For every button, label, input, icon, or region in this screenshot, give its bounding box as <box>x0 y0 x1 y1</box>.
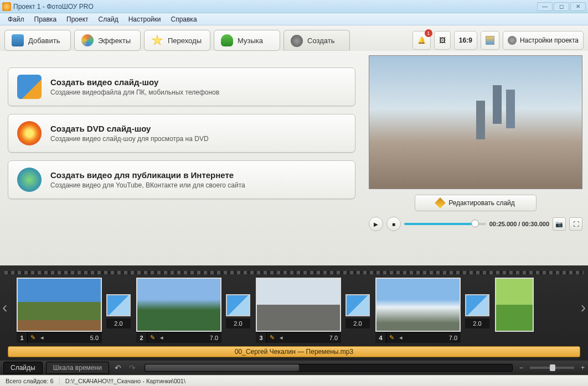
slide-thumbnail[interactable] <box>136 278 221 332</box>
view-timeline-tab[interactable]: Шкала времени <box>46 362 109 374</box>
create-video-button[interactable]: Создать видео слайд-шоуСоздание видеофай… <box>8 67 355 106</box>
statusbar: Всего слайдов: 6 D:\!_СКАЧАНО\!!!_Скачан… <box>0 375 588 386</box>
slider-knob[interactable] <box>471 220 479 227</box>
timeline-prev-button[interactable]: ‹ <box>2 299 7 316</box>
dvd-icon <box>17 121 42 145</box>
transition-thumbnail[interactable] <box>106 294 131 316</box>
play-button[interactable]: ▶ <box>369 217 383 231</box>
tab-add[interactable]: Добавить <box>4 30 71 51</box>
aspect-ratio-button[interactable]: 16:9 <box>454 31 477 50</box>
camera-icon <box>12 34 24 46</box>
gallery-button[interactable]: 🖾 <box>434 31 451 50</box>
create-web-button[interactable]: Создать видео для публикации в Интернете… <box>8 160 355 199</box>
slide-number: 3 <box>256 332 267 343</box>
window-title: Проект 1 - ФотоШОУ PRO <box>13 3 537 11</box>
redo-button[interactable]: ↷ <box>127 363 138 372</box>
main-tabs-row: Добавить Эффекты Переходы Музыка Создать… <box>0 25 588 51</box>
menu-edit[interactable]: Правка <box>30 14 61 24</box>
globe-icon <box>17 168 42 192</box>
menu-settings[interactable]: Настройки <box>124 14 166 24</box>
slide-item[interactable]: 2✎◂7.0 <box>136 278 221 343</box>
menu-project[interactable]: Проект <box>62 14 93 24</box>
slide-edit-icon[interactable]: ✎ <box>147 334 157 341</box>
slide-edit-icon[interactable]: ✎ <box>386 334 396 341</box>
project-settings-button[interactable]: Настройки проекта <box>503 31 584 50</box>
tab-create[interactable]: Создать <box>283 30 350 51</box>
music-icon <box>221 34 233 46</box>
fullscreen-button[interactable]: ⛶ <box>569 217 582 231</box>
pencil-icon <box>435 197 446 208</box>
transition-duration[interactable]: 2.0 <box>465 319 489 328</box>
view-slides-tab[interactable]: Слайды <box>3 362 43 374</box>
bottom-toolbar: Слайды Шкала времени ↶ ↷ − + <box>0 361 588 375</box>
create-video-subtitle: Создание видеофайла для ПК, мобильных те… <box>50 88 219 96</box>
edit-slide-button[interactable]: Редактировать слайд <box>415 195 537 211</box>
reel-icon <box>291 35 303 47</box>
slide-edit-icon[interactable]: ✎ <box>28 334 38 341</box>
transition-duration[interactable]: 2.0 <box>226 319 250 328</box>
transition-item[interactable]: 2.0 <box>106 294 132 328</box>
slide-item[interactable]: 1✎◂5.0 <box>17 278 102 343</box>
transition-thumbnail[interactable] <box>226 294 250 316</box>
background-button[interactable] <box>481 31 499 50</box>
tab-add-label: Добавить <box>28 36 60 45</box>
slide-thumbnail[interactable] <box>17 278 102 332</box>
tab-create-label: Создать <box>307 36 334 45</box>
tab-music[interactable]: Музыка <box>214 30 280 51</box>
preview-panel: Редактировать слайд ▶ ■ 00:25.000 / 00:3… <box>363 51 588 265</box>
notifications-button[interactable]: 🔔1 <box>412 31 431 50</box>
audio-track[interactable]: 00_Сергей Чекалин — Перемены.mp3 <box>8 346 580 357</box>
slide-duration[interactable]: 5.0 <box>47 335 102 341</box>
bell-icon: 🔔 <box>417 36 426 44</box>
snapshot-button[interactable]: 📷 <box>553 217 566 231</box>
timeline-scrollbar[interactable] <box>145 364 513 372</box>
stop-button[interactable]: ■ <box>386 217 401 231</box>
close-button[interactable]: ✕ <box>570 2 586 11</box>
slide-duration[interactable]: 7.0 <box>405 335 461 341</box>
transition-item[interactable]: 2.0 <box>345 294 371 328</box>
slide-duration[interactable]: 7.0 <box>166 335 221 341</box>
slide-menu-icon[interactable]: ◂ <box>157 334 166 341</box>
slide-item[interactable]: 3✎◂7.0 <box>256 278 341 343</box>
tab-effects[interactable]: Эффекты <box>74 30 141 51</box>
tab-transitions[interactable]: Переходы <box>144 30 210 51</box>
palette-icon <box>81 34 94 46</box>
create-dvd-button[interactable]: Создать DVD слайд-шоуСоздание видео слай… <box>8 114 355 153</box>
slide-edit-icon[interactable]: ✎ <box>267 334 277 341</box>
transition-item[interactable]: 2.0 <box>465 294 491 328</box>
slide-thumbnail[interactable] <box>256 278 341 332</box>
menu-help[interactable]: Справка <box>166 14 201 24</box>
transition-thumbnail[interactable] <box>345 294 370 316</box>
slide-duration[interactable]: 7.0 <box>286 335 341 341</box>
project-settings-label: Настройки проекта <box>520 36 579 44</box>
preview-viewport[interactable] <box>369 55 582 189</box>
menu-slide[interactable]: Слайд <box>94 14 123 24</box>
slide-thumbnail[interactable] <box>495 278 534 332</box>
gear-icon <box>508 36 517 45</box>
minimize-button[interactable]: — <box>537 2 553 11</box>
slide-item[interactable]: 4✎◂7.0 <box>375 278 461 343</box>
create-web-title: Создать видео для публикации в Интернете <box>50 170 245 180</box>
transition-thumbnail[interactable] <box>465 294 489 316</box>
playback-slider[interactable] <box>404 223 486 225</box>
aspect-label: 16:9 <box>459 36 472 44</box>
app-icon <box>2 2 11 11</box>
slide-menu-icon[interactable]: ◂ <box>396 334 405 341</box>
slide-number: 1 <box>17 332 28 343</box>
transition-duration[interactable]: 2.0 <box>106 319 131 328</box>
slide-thumbnail[interactable] <box>375 278 461 332</box>
slide-menu-icon[interactable]: ◂ <box>277 334 286 341</box>
slide-item[interactable] <box>495 278 534 332</box>
transition-duration[interactable]: 2.0 <box>345 319 370 328</box>
titlebar: Проект 1 - ФотоШОУ PRO — ◻ ✕ <box>0 0 588 13</box>
notify-badge: 1 <box>425 29 432 37</box>
menu-file[interactable]: Файл <box>3 14 29 24</box>
transition-item[interactable]: 2.0 <box>226 294 251 328</box>
maximize-button[interactable]: ◻ <box>554 2 569 11</box>
slide-menu-icon[interactable]: ◂ <box>38 334 47 341</box>
undo-button[interactable]: ↶ <box>112 363 123 372</box>
zoom-slider[interactable] <box>530 367 574 369</box>
timeline-next-button[interactable]: › <box>581 299 586 316</box>
menubar: Файл Правка Проект Слайд Настройки Справ… <box>0 13 588 25</box>
create-dvd-title: Создать DVD слайд-шоу <box>50 124 209 133</box>
